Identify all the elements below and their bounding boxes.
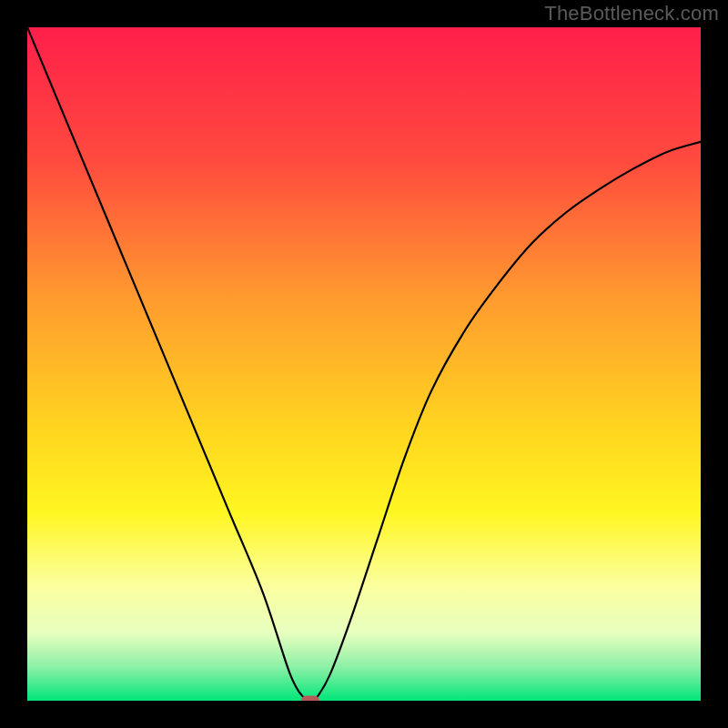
watermark-text: TheBottleneck.com [544,2,719,25]
chart-frame: TheBottleneck.com [0,0,728,728]
background-gradient [27,27,701,701]
minimum-marker [301,696,319,702]
plot-area [27,27,701,701]
svg-rect-0 [27,27,701,701]
